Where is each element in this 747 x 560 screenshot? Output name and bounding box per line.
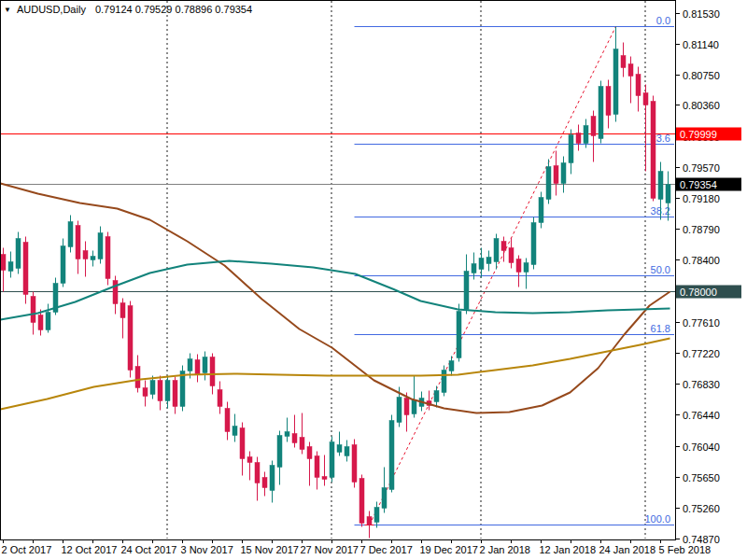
candle-bear[interactable] [501, 237, 506, 262]
candle-bear[interactable] [113, 276, 118, 315]
price-tick-label: 0.79180 [683, 193, 720, 204]
candle-bear[interactable] [158, 376, 162, 411]
candle-bull[interactable] [330, 437, 334, 483]
candle-bull[interactable] [270, 461, 275, 503]
candle-bull[interactable] [524, 259, 529, 289]
candle-bear[interactable] [643, 85, 648, 172]
candle-bull[interactable] [569, 130, 573, 175]
candle-bear[interactable] [225, 402, 230, 441]
candle-bull[interactable] [91, 251, 95, 267]
candle-bull[interactable] [599, 81, 603, 144]
candle-bull[interactable] [434, 386, 439, 408]
candle-bull[interactable] [389, 415, 394, 493]
candle-body [434, 391, 439, 402]
candle-body [374, 508, 379, 523]
candle-bull[interactable] [382, 468, 387, 513]
candle-bull[interactable] [8, 252, 13, 278]
time-axis[interactable]: 2 Oct 201712 Oct 201724 Oct 20173 Nov 20… [2, 540, 712, 556]
candle-bull[interactable] [412, 376, 416, 418]
candle-bear[interactable] [83, 242, 88, 277]
candle-bull[interactable] [337, 432, 342, 456]
candle-bull[interactable] [180, 366, 185, 412]
candle-bear[interactable] [240, 423, 245, 476]
candle-bear[interactable] [628, 57, 633, 104]
candle-bull[interactable] [613, 27, 618, 122]
candle-bear[interactable] [359, 475, 364, 527]
fib-level-label: 50.0 [651, 264, 670, 275]
candle-bear[interactable] [128, 301, 133, 378]
candle-bull[interactable] [165, 376, 170, 409]
candle-bear[interactable] [621, 43, 626, 77]
candle-bull[interactable] [561, 157, 566, 193]
candle-bull[interactable] [16, 232, 21, 274]
candle-bear[interactable] [516, 256, 521, 287]
candle-bear[interactable] [606, 80, 611, 129]
candle-bear[interactable] [135, 356, 140, 393]
candle-bear[interactable] [292, 415, 297, 448]
time-tick-label: 24 Oct 2017 [121, 544, 177, 555]
candle-bear[interactable] [651, 96, 655, 202]
candle-bear[interactable] [218, 382, 222, 414]
candle-bear[interactable] [554, 151, 558, 196]
candle-bear[interactable] [195, 355, 200, 383]
candle-bull[interactable] [584, 119, 588, 148]
candle-body [270, 466, 275, 491]
candle-bear[interactable] [23, 237, 28, 304]
time-tick-label: 2 Jan 2018 [480, 544, 530, 555]
candle-body [404, 399, 409, 415]
candle-bear[interactable] [173, 377, 177, 414]
candle-bull[interactable] [374, 502, 379, 528]
candle-bull[interactable] [464, 255, 469, 315]
candle-bull[interactable] [68, 216, 73, 253]
candle-bear[interactable] [591, 111, 596, 162]
candle-bull[interactable] [233, 414, 237, 442]
time-tick-label: 5 Feb 2018 [659, 544, 712, 555]
candle-bear[interactable] [1, 248, 6, 292]
price-chart-canvas[interactable]: 0.023.638.250.061.8100.00.815300.811400.… [0, 0, 747, 560]
candle-bull[interactable] [98, 227, 103, 264]
candle-bear[interactable] [636, 67, 641, 112]
candle-bear[interactable] [143, 381, 148, 407]
candle-bull[interactable] [494, 234, 499, 270]
candle-body [479, 259, 484, 270]
candle-bull[interactable] [442, 366, 446, 397]
candle-bear[interactable] [315, 452, 319, 490]
candle-bear[interactable] [120, 299, 125, 339]
candle-bull[interactable] [285, 418, 289, 442]
price-tick-label: 0.77610 [683, 317, 720, 329]
candle-body [38, 315, 43, 330]
candle-bull[interactable] [46, 304, 50, 333]
candle-bull[interactable] [345, 441, 349, 462]
candle-bear[interactable] [307, 442, 312, 486]
candle-bear[interactable] [247, 452, 252, 481]
candle-bear[interactable] [322, 455, 327, 486]
candle-bull[interactable] [531, 217, 536, 270]
symbol-timeframe-label: AUDUSD,Daily [17, 4, 86, 15]
candle-bull[interactable] [546, 160, 551, 204]
candle-bull[interactable] [53, 278, 58, 315]
candle-body [509, 248, 514, 263]
candle-bear[interactable] [262, 472, 267, 497]
candle-body [367, 517, 372, 525]
candle-bull[interactable] [457, 304, 461, 362]
candle-bear[interactable] [255, 457, 260, 501]
candle-body [23, 243, 28, 295]
candle-bull[interactable] [539, 192, 543, 229]
candle-bull[interactable] [203, 352, 207, 381]
candle-bear[interactable] [576, 125, 581, 151]
price-axis[interactable]: 0.815300.811400.807500.803600.799600.795… [676, 8, 720, 545]
candle-bear[interactable] [352, 440, 357, 488]
candle-bear[interactable] [300, 413, 304, 455]
candle-bull[interactable] [486, 251, 491, 272]
symbol-marker-icon[interactable]: ▼ [4, 6, 11, 14]
candle-bull[interactable] [449, 357, 454, 376]
chart-title: ▼AUDUSD,Daily0.79124 0.79529 0.78896 0.7… [4, 4, 252, 15]
candle-body [195, 360, 200, 375]
candle-bull[interactable] [479, 248, 484, 278]
price-tick-label: 0.81140 [683, 39, 719, 50]
candle-bear[interactable] [76, 221, 80, 274]
candle-bear[interactable] [106, 232, 110, 286]
candle-bull[interactable] [277, 431, 282, 485]
candle-bull[interactable] [61, 239, 65, 287]
candle-bear[interactable] [367, 511, 372, 539]
